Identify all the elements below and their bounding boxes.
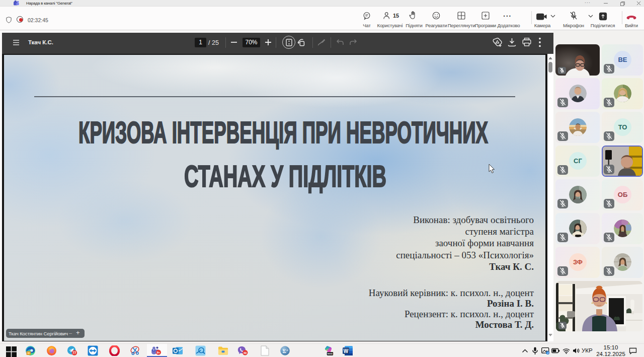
svg-text:2: 2 [547,351,548,354]
svg-text:W: W [344,348,349,354]
svg-text:КРИЗОВА ІНТЕРВЕНЦІЯ ПРИ НЕВРОТ: КРИЗОВА ІНТЕРВЕНЦІЯ ПРИ НЕВРОТИЧНИХ [78,115,488,150]
svg-text:M365: M365 [328,352,333,355]
svg-text:СТАНАХ У ПІДЛІТКІВ: СТАНАХ У ПІДЛІТКІВ [184,159,386,193]
svg-text:Σ: Σ [282,348,286,354]
svg-text:9+: 9+ [157,351,160,354]
svg-text:40: 40 [244,351,247,354]
svg-text:77: 77 [72,351,76,354]
